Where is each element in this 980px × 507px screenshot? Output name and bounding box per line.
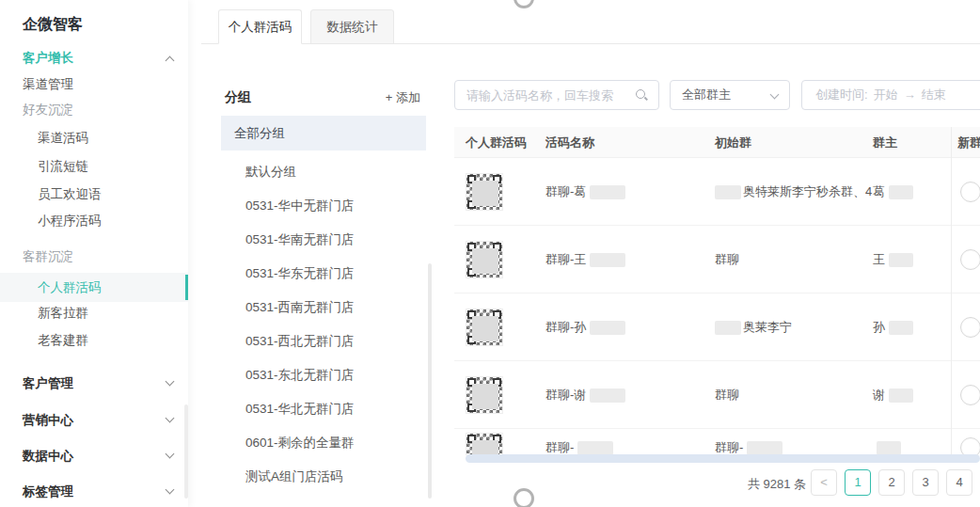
sidebar-item-old-customer-group[interactable]: 老客建群 [0,327,188,354]
table-row[interactable]: 群聊-孙 奥莱李宁 孙 [454,293,980,361]
loading-spinner-bottom [514,488,534,507]
sidebar: 企微智客 客户增长 渠道管理 好友沉淀 渠道活码 引流短链 员工欢迎语 小程序活… [0,0,188,507]
redacted-text [577,441,613,455]
date-range-label: 创建时间: [815,87,868,102]
sidebar-item-short-link[interactable]: 引流短链 [0,153,188,180]
new-group-toggle[interactable] [960,249,980,270]
pagination-page-3[interactable]: 3 [912,469,939,496]
sidebar-section-marketing-center[interactable]: 营销中心 [0,407,188,434]
redacted-text [889,321,913,335]
table-row[interactable]: 群聊-王 群聊 王 [454,226,980,293]
redacted-text [889,388,913,403]
group-item-0531-dongbei[interactable]: 0531-东北无群门店 [221,358,426,392]
date-range-picker[interactable]: 创建时间:开始→结束 [801,80,980,110]
chevron-up-icon [166,56,175,66]
sidebar-item-personal-group-qr[interactable]: 个人群活码 [0,273,188,302]
group-panel-header: 分组 + 添加 [225,89,426,110]
new-group-toggle[interactable] [960,385,980,405]
fixed-column-divider [951,127,952,455]
group-item-0531-xibei[interactable]: 0531-西北无群门店 [221,325,426,358]
sidebar-section-data-center[interactable]: 数据中心 [0,443,188,469]
qr-code-thumbnail[interactable] [466,241,503,278]
group-item-default[interactable]: 默认分组 [221,155,426,189]
col-new-group: 新群 [957,127,980,158]
group-item-all[interactable]: 全部分组 [221,116,426,151]
pagination-page-2[interactable]: 2 [878,469,905,496]
sidebar-section-customer-growth[interactable]: 客户增长 [0,45,188,71]
redacted-text [747,441,782,455]
qr-code-thumbnail[interactable] [466,309,503,346]
date-range-arrow-icon: → [904,87,916,102]
group-item-0531-huanan[interactable]: 0531-华南无群门店 [221,223,426,257]
sidebar-item-new-customer-group[interactable]: 新客拉群 [0,300,188,326]
chevron-down-icon [166,414,175,423]
pagination-page-1[interactable]: 1 [845,469,871,496]
app-title: 企微智客 [23,15,83,35]
horizontal-scrollbar[interactable] [466,454,980,463]
tab-personal-group-qr[interactable]: 个人群活码 [218,9,302,44]
redacted-text [889,253,913,267]
redacted-text [877,441,901,455]
redacted-text [590,253,625,267]
sidebar-section-tag-management[interactable]: 标签管理 [0,479,188,505]
pagination-prev-button[interactable]: < [811,469,837,496]
group-item-0531-huazhong[interactable]: 0531-华中无群门店 [221,189,426,223]
table-header: 个人群活码 活码名称 初始群 群主 新群 [454,127,980,158]
new-group-toggle[interactable] [960,182,980,202]
qr-code-thumbnail[interactable] [466,433,503,455]
col-qr-name: 活码名称 [545,127,594,158]
group-panel: 分组 + 添加 全部分组 默认分组 0531-华中无群门店 0531-华南无群门… [221,80,434,507]
redacted-text [590,321,625,335]
group-item-0531-huadong[interactable]: 0531-华东无群门店 [221,257,426,291]
group-item-0601-remaining[interactable]: 0601-剩余的全量群 [221,426,426,460]
qr-code-thumbnail[interactable] [466,376,503,414]
col-owner: 群主 [873,127,897,158]
redacted-text [715,321,741,335]
sidebar-section-customer-management[interactable]: 客户管理 [0,371,188,397]
col-personal-group-qr: 个人群活码 [466,127,527,158]
table-row[interactable]: 群聊- 群聊- [454,429,980,455]
new-group-toggle[interactable] [960,317,980,338]
redacted-text [590,388,625,403]
date-end-placeholder: 结束 [922,87,946,102]
col-initial-group: 初始群 [715,127,751,158]
group-panel-scrollbar[interactable] [428,263,432,499]
qr-code-thumbnail[interactable] [466,173,503,211]
sidebar-item-channel-management[interactable]: 渠道管理 [0,71,188,98]
table-row[interactable]: 群聊-葛 奥特莱斯李宁秒杀群、4 葛 [454,158,980,226]
chevron-down-icon [166,450,175,459]
chevron-down-icon [166,377,175,387]
new-group-toggle[interactable] [960,437,980,455]
sidebar-group-friend-retention[interactable]: 好友沉淀 [0,97,188,123]
group-item-0531-xinan[interactable]: 0531-西南无群门店 [221,291,426,325]
sidebar-scrollbar[interactable] [184,404,188,499]
tab-data-statistics[interactable]: 数据统计 [310,9,394,44]
table-row[interactable]: 群聊-谢 群聊 谢 [454,361,980,429]
sidebar-group-group-retention[interactable]: 客群沉淀 [0,244,188,270]
redacted-text [715,185,741,199]
search-icon[interactable] [635,88,648,102]
pagination-total: 共 9281 条 [748,476,806,493]
date-start-placeholder: 开始 [874,87,898,102]
table-body: 群聊-葛 奥特莱斯李宁秒杀群、4 葛 群聊-王 群聊 王 群聊-孙 奥莱李宁 孙… [454,158,980,455]
redacted-text [590,185,625,199]
loading-spinner-top [514,0,534,8]
pagination-page-4[interactable]: 4 [946,469,972,496]
search-input[interactable] [454,80,659,110]
sidebar-item-miniprogram-qr[interactable]: 小程序活码 [0,208,188,234]
owner-select[interactable]: 全部群主 [670,80,790,110]
group-item-test-a[interactable]: 测试A组门店活码 [221,460,426,494]
sidebar-item-staff-welcome[interactable]: 员工欢迎语 [0,182,188,208]
group-item-0531-huabei[interactable]: 0531-华北无群门店 [221,392,426,426]
sidebar-item-channel-qr[interactable]: 渠道活码 [0,125,188,151]
chevron-down-icon [770,90,780,100]
redacted-text [889,185,913,199]
chevron-down-icon [166,485,175,495]
add-group-button[interactable]: + 添加 [386,89,420,106]
group-panel-title: 分组 [225,89,251,106]
